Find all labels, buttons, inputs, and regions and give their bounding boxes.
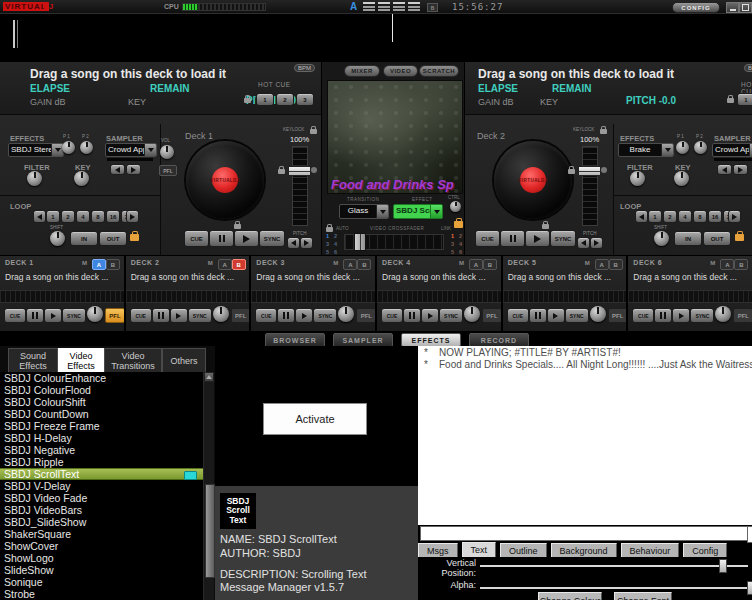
effect-list-item[interactable]: SBDJ Freeze Frame (0, 420, 203, 432)
chevron-down-icon[interactable] (376, 205, 388, 218)
loop-lock-icon[interactable] (735, 234, 744, 241)
message-row[interactable]: * NOW PLAYING; #TITLE# BY #ARTIST#! (418, 346, 752, 358)
filter-knob[interactable] (27, 171, 42, 186)
sample-deck-waveform[interactable] (126, 290, 250, 303)
effect-param2-knob[interactable] (694, 141, 707, 154)
loop-step-button[interactable]: 1 (46, 210, 60, 223)
message-row[interactable]: * Food and Drinks Specials.... All Night… (418, 358, 752, 370)
pitch-slider-track[interactable] (292, 146, 308, 226)
pfl-button[interactable]: PFL (733, 308, 752, 323)
alpha-slider-track[interactable] (480, 587, 752, 589)
key-knob[interactable] (674, 171, 689, 186)
master-button[interactable]: M (710, 260, 715, 266)
tab-video-effects[interactable]: VideoEffects (58, 348, 104, 374)
pitch-bend-minus-button[interactable] (577, 237, 590, 249)
volume-knob[interactable] (715, 306, 731, 322)
sync-button[interactable]: SYNC (259, 230, 285, 247)
cue-button[interactable]: CUE (507, 308, 529, 323)
scrolltext-tab[interactable]: Outline (500, 543, 547, 557)
tab-others[interactable]: Others (162, 348, 206, 374)
play-button[interactable] (44, 308, 62, 323)
effect-list-item[interactable]: SBDJ ColourEnhance (0, 372, 203, 384)
hotcue-button[interactable]: 1 (737, 93, 752, 106)
sampler-next-button[interactable] (733, 164, 748, 175)
hotcue-button[interactable]: 3 (296, 93, 314, 106)
effect-list-item[interactable]: SlideShow (0, 564, 203, 576)
jog-wheel[interactable]: VIRTUALDJ (186, 141, 264, 219)
loop-lock-icon[interactable] (130, 234, 139, 241)
channel-number[interactable]: 5 (324, 249, 331, 255)
loop-step-button[interactable]: 8 (91, 210, 105, 223)
loop-in-button[interactable]: IN (70, 231, 98, 246)
assign-a-button[interactable]: A (218, 259, 232, 270)
sampler-select[interactable]: Crowd Applaus (712, 143, 752, 157)
effect-list-item[interactable]: SBDJ ColourFlood (0, 384, 203, 396)
effect-list-item[interactable]: SBDJ ScrollText (0, 468, 203, 480)
assign-b-button[interactable]: B (734, 259, 748, 270)
effect-list-item[interactable]: SBDJ H-Delay (0, 432, 203, 444)
message-input[interactable] (420, 526, 748, 541)
effect-param1-knob[interactable] (676, 141, 689, 154)
master-button[interactable]: M (459, 260, 464, 266)
chevron-down-icon[interactable] (661, 144, 673, 156)
hotcue-button[interactable]: 1 (256, 93, 274, 106)
channel-number[interactable]: 1 (324, 233, 331, 239)
channel-number[interactable]: 6 (332, 249, 339, 255)
tab-sound-effects[interactable]: SoundEffects (8, 348, 58, 374)
effect-list-item[interactable]: Sonique (0, 576, 203, 588)
sample-deck-waveform[interactable] (0, 290, 124, 303)
assign-b-button[interactable]: B (106, 259, 120, 270)
jog-wheel[interactable]: VIRTUALDJ (494, 141, 572, 219)
scrolltext-tab[interactable]: Text (462, 542, 497, 557)
deck-volume-knob[interactable] (160, 145, 174, 159)
pause-button[interactable] (26, 308, 44, 323)
assign-b-button[interactable]: B (483, 259, 497, 270)
loop-double-button[interactable] (728, 210, 741, 223)
message-input-side-button[interactable] (747, 526, 752, 543)
play-button[interactable] (295, 308, 313, 323)
config-button[interactable]: CONFIG (672, 2, 720, 13)
master-button[interactable]: M (208, 260, 213, 266)
pause-button[interactable] (209, 230, 234, 247)
vertical-position-slider-thumb[interactable] (719, 559, 727, 573)
loop-out-button[interactable]: OUT (703, 231, 731, 246)
pitch-slider-thumb[interactable] (288, 166, 311, 176)
main-tab[interactable]: RECORD (469, 333, 529, 347)
pfl-button[interactable]: PFL (482, 308, 501, 323)
scroll-up-button[interactable] (204, 372, 214, 382)
pause-button[interactable] (500, 230, 525, 247)
sync-button[interactable]: SYNC (550, 230, 576, 247)
cue-button[interactable]: CUE (130, 308, 152, 323)
sync-button[interactable]: SYNC (313, 308, 337, 323)
sample-deck-waveform[interactable] (628, 290, 752, 303)
pfl-button[interactable]: PFL (356, 308, 375, 323)
loop-step-button[interactable]: 4 (76, 210, 90, 223)
tab-mixer[interactable]: MIXER (344, 65, 380, 77)
sample-deck-waveform[interactable] (503, 290, 627, 303)
chevron-down-icon[interactable] (430, 205, 442, 218)
scrolltext-tab[interactable]: Msgs (418, 543, 458, 557)
waveform-display[interactable] (0, 14, 752, 63)
play-button[interactable] (234, 230, 259, 247)
main-tab[interactable]: SAMPLER (333, 333, 393, 347)
cue-button[interactable]: CUE (381, 308, 403, 323)
loop-half-button[interactable] (33, 210, 46, 223)
sampler-prev-button[interactable] (717, 164, 732, 175)
waveform-layout-icon[interactable] (363, 2, 375, 11)
tab-video-transitions[interactable]: VideoTransitions (104, 348, 162, 374)
message-list[interactable]: * NOW PLAYING; #TITLE# BY #ARTIST#! * Fo… (418, 346, 752, 525)
jog-lock-icon[interactable] (542, 224, 549, 229)
scrollbar-thumb[interactable] (205, 484, 215, 578)
keylock-lock-icon[interactable] (310, 129, 317, 134)
vertical-position-slider-track[interactable] (480, 565, 748, 567)
sampler-next-button[interactable] (126, 164, 141, 175)
effect-list-item[interactable]: ShowCover (0, 540, 203, 552)
change-font-button[interactable]: Change Font (614, 592, 672, 600)
hotcue-button[interactable]: 2 (276, 93, 294, 106)
filter-knob[interactable] (630, 171, 645, 186)
loop-step-button[interactable]: 4 (678, 210, 692, 223)
pitch-zero-dot[interactable] (601, 167, 607, 173)
video-effect-select[interactable]: SBDJ ScrollTex (393, 204, 443, 219)
channel-number[interactable]: 2 (457, 233, 464, 239)
master-button[interactable]: M (585, 260, 590, 266)
